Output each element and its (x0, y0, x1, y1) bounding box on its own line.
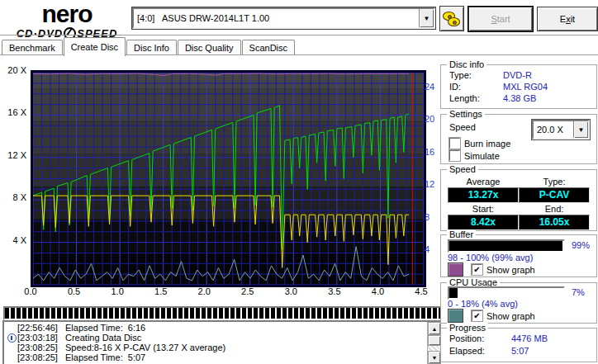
log-row: [23:03:18] Creating Data Disc (6, 333, 427, 343)
disc-length-label: Length: (449, 93, 480, 103)
write-progress-bar (3, 306, 442, 320)
speed-setting-label: Speed (449, 122, 476, 132)
speed-select[interactable]: 20.0 X ▼ (532, 120, 590, 139)
buffer-range: 98 - 100% (99% avg) (448, 253, 533, 262)
log-row: [23:08:25] Speed:8-16 X P-CAV (13.27 X a… (6, 343, 427, 352)
cpu-percent: 7% (572, 287, 585, 297)
cpu-show-graph-option: ✔ Show graph (448, 309, 535, 323)
x-axis-tick: 3.5 (328, 286, 340, 296)
tab-disc-info[interactable]: Disc Info (126, 40, 177, 55)
tab-disc-quality[interactable]: Disc Quality (178, 40, 241, 55)
left-axis-tick: 4 X (0, 235, 26, 245)
x-axis-tick: 3.0 (285, 286, 297, 296)
scrollbar-thumb[interactable] (428, 335, 441, 346)
right-axis-tick: 20 (425, 114, 434, 124)
x-axis-tick: 2.5 (241, 286, 254, 296)
discs-icon (443, 11, 461, 27)
drive-selector-value: [4:0] ASUS DRW-2014L1T 1.00 (134, 13, 419, 23)
x-axis-tick: 4.5 (415, 286, 427, 296)
simulate-checkbox[interactable] (449, 150, 460, 161)
right-axis-tick: 16 (425, 147, 434, 157)
left-axis-tick: 20 X (0, 65, 26, 75)
left-axis-tick: 12 X (0, 150, 26, 160)
elapsed-label: Elapsed: (449, 346, 485, 356)
burn-image-option[interactable]: Burn image (449, 138, 510, 149)
log-row: [23:08:25] Elapsed Time: 5:07 (6, 352, 427, 362)
speed-chart (31, 70, 426, 287)
x-axis-tick: 0.0 (24, 286, 36, 296)
buffer-color-swatch (448, 262, 463, 277)
cpu-show-graph-checkbox[interactable]: ✔ (472, 310, 482, 321)
speed-chart-svg (33, 73, 424, 285)
right-axis-tick: 4 (425, 244, 430, 254)
left-axis-tick: 16 X (0, 107, 26, 117)
buffer-percent: 99% (572, 240, 590, 250)
chevron-down-icon[interactable]: ▼ (573, 121, 588, 138)
log-listbox[interactable]: [22:56:46] Elapsed Time: 6:16 [23:03:18]… (2, 320, 443, 364)
settings-group: Settings Speed 20.0 X ▼ Burn image Simul… (440, 114, 597, 164)
x-axis-tick: 1.0 (111, 286, 123, 296)
type-label: Type: (543, 177, 566, 187)
speed-group-title: Speed (447, 164, 478, 174)
drive-selector[interactable]: [4:0] ASUS DRW-2014L1T 1.00 ▼ (132, 7, 435, 29)
end-speed-display: 16.05x (519, 215, 590, 230)
left-axis-tick: 8 X (0, 192, 26, 202)
tab-benchmark[interactable]: Benchmark (2, 40, 63, 55)
average-speed-display: 13.27x (448, 187, 519, 203)
x-axis-tick: 4.0 (372, 286, 384, 296)
buffer-show-graph-label: Show graph (486, 265, 535, 275)
cpu-show-graph-label: Show graph (486, 311, 535, 321)
disc-id-value: MXL RG04 (503, 82, 548, 92)
scroll-down-icon[interactable]: ▼ (428, 351, 441, 364)
disc-info-title: Disc info (447, 59, 486, 69)
disc-length-value: 4.38 GB (503, 93, 536, 103)
burn-discs-button[interactable] (439, 6, 464, 31)
burn-image-label: Burn image (464, 139, 510, 149)
buffer-group-title: Buffer (447, 229, 476, 239)
x-axis-tick: 1.5 (154, 286, 167, 296)
simulate-label: Simulate (464, 151, 500, 161)
simulate-option[interactable]: Simulate (449, 150, 500, 161)
speed-select-value: 20.0 X (534, 125, 573, 135)
disc-type-value: DVD-R (503, 70, 532, 80)
speed-group: Speed Average Type: 13.27x P-CAV Start: … (440, 169, 597, 231)
info-icon (7, 333, 17, 343)
right-axis-tick: 8 (425, 212, 430, 222)
average-label: Average (467, 177, 501, 187)
progress-group-title: Progress (447, 323, 488, 333)
start-button[interactable]: Start (468, 7, 533, 31)
right-axis-tick: 24 (425, 82, 434, 92)
burn-image-checkbox[interactable] (449, 138, 460, 149)
tab-scandisc[interactable]: ScanDisc (242, 40, 295, 55)
progress-group: Progress Position: 4476 MB Elapsed: 5:07 (440, 328, 597, 362)
scroll-up-icon[interactable]: ▲ (428, 322, 441, 335)
disc-info-group: Disc info Type: DVD-R ID: MXL RG04 Lengt… (440, 64, 597, 109)
x-axis-tick: 2.0 (198, 286, 211, 296)
buffer-show-graph-checkbox[interactable]: ✔ (472, 264, 482, 275)
disc-id-label: ID: (449, 82, 461, 92)
log-lines: [22:56:46] Elapsed Time: 6:16 [23:03:18]… (4, 322, 427, 364)
nero-logo-name: nero (5, 2, 129, 26)
log-row: [22:56:46] Elapsed Time: 6:16 (6, 323, 427, 333)
settings-title: Settings (447, 109, 485, 119)
start-speed-display: 8.42x (448, 215, 519, 230)
position-label: Position: (449, 333, 484, 343)
speed-type-display: P-CAV (519, 187, 590, 203)
x-axis-tick: 0.5 (68, 286, 80, 296)
elapsed-value: 5:07 (511, 346, 529, 356)
tab-create-disc[interactable]: Create Disc (64, 37, 126, 56)
cpu-usage-group: CPU Usage 7% 0 - 18% (4% avg) ✔ Show gra… (440, 282, 597, 324)
exit-button[interactable]: Exit (537, 7, 598, 31)
start-button-label: S (491, 14, 496, 24)
tab-bar: Benchmark Create Disc Disc Info Disc Qua… (2, 37, 296, 55)
buffer-show-graph-option: ✔ Show graph (448, 262, 535, 277)
chevron-down-icon[interactable]: ▼ (419, 9, 434, 27)
log-scrollbar[interactable]: ▲ ▼ (427, 322, 441, 364)
end-label: End: (545, 204, 564, 214)
right-axis-tick: 12 (425, 179, 434, 189)
buffer-group: Buffer 99% 98 - 100% (99% avg) ✔ Show gr… (440, 234, 597, 277)
buffer-meter (448, 239, 565, 253)
disc-type-label: Type: (449, 70, 472, 80)
start-label: Start: (472, 204, 494, 214)
write-progress-fill (5, 308, 440, 319)
